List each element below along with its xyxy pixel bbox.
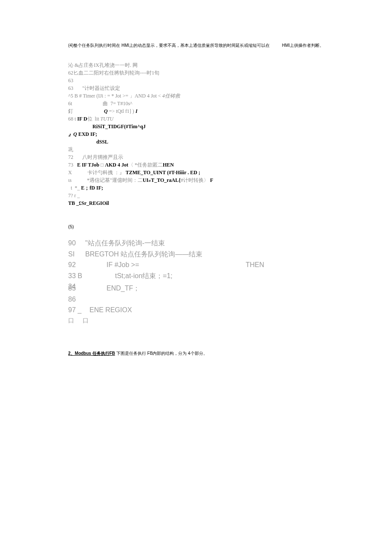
code-line: ^5 B # Timer (IJi : = * Jot >= 」AND 4 Jo…	[68, 92, 324, 100]
code-line: 92 IF #Job >=THEN	[68, 259, 324, 270]
code-line: 73 E IF TJob □ AKD 4 Jot〈 *任务款匿二HEN	[68, 161, 324, 169]
code-line: X 卡计勺科拽 ：』 TZME_TO_UINT (#T-Hiiir . ED ;	[68, 169, 324, 176]
code-line: 90 "站点任务队列轮询-一结束	[68, 238, 324, 249]
code-line: 68 t IF D位 lit TUTU	[68, 115, 324, 123]
code-line: ιs *遇信记基"運億时间：二UI»T_TO_raAL{#计时转换〉 F	[68, 176, 324, 184]
code-line: 63 "计时器运忙设定	[68, 84, 324, 92]
code-line: 巩	[68, 146, 324, 153]
code-line: 』Q EXD IF;	[68, 130, 324, 138]
document-page: (4)整个任务队列执行时间在 HMI上的动态显示，要求不高，基本上通信质量所导致…	[0, 0, 392, 382]
code-line: SI BREGTOH 站点任务队列轮询——结束	[68, 249, 324, 260]
section-marker-5: (5)	[68, 224, 324, 229]
code-line: 63	[68, 77, 324, 84]
code-line: 釘 Q => tQtl f1] ) I	[68, 107, 324, 115]
footer-underline: 2、Modbus 任务执行FB	[68, 351, 115, 356]
code-line: 33 B tSt;at-ion结束；=1;	[68, 270, 324, 282]
code-line: 7? r _	[68, 192, 324, 199]
header-left: (4)整个任务队列执行时间在 HMI上的动态显示，要求不高，基本上通信质量所导致…	[68, 43, 270, 49]
footer-rest: 下图是任务执行 FB内部的结构，分为 4个部分。	[115, 351, 208, 356]
code-line: 85 END_TF；	[68, 283, 324, 294]
header-right: HMI上供操作者判断。	[282, 43, 324, 49]
code-line: 72 八时月辋推严且示	[68, 153, 324, 161]
code-line: RiSiT_TIDGF(#Tim^qJ	[68, 123, 324, 130]
code-line: 62匕血二二阳对右任將轨列轮询----时1旬	[68, 69, 324, 77]
header-note: (4)整个任务队列执行时间在 HMI上的动态显示，要求不高，基本上通信质量所导致…	[68, 43, 324, 49]
code-line: 沁 &占庄务IX孔堆浇一一时. 网	[68, 61, 324, 69]
code-line: TB _£Sr_REGIOil	[68, 199, 324, 207]
checkbox-placeholders: 口 口	[68, 316, 324, 325]
code-line: dSSL	[68, 138, 324, 146]
code-line: 97 _ ENE REGIOX	[68, 305, 324, 316]
code-line: t *_ E；fD IF;	[68, 184, 324, 192]
code-block-2: 90 "站点任务队列轮询-一结束 SI BREGTOH 站点任务队列轮询——结束…	[68, 238, 324, 325]
footer-text: 2、Modbus 任务执行FB 下图是任务执行 FB内部的结构，分为 4个部分。	[68, 351, 324, 357]
code-line: 86	[68, 294, 324, 305]
code-line: 6t 曲 7= T#10s^	[68, 100, 324, 107]
code-block-1: 沁 &占庄务IX孔堆浇一一时. 网 62匕血二二阳对右任將轨列轮询----时1旬…	[68, 61, 324, 207]
